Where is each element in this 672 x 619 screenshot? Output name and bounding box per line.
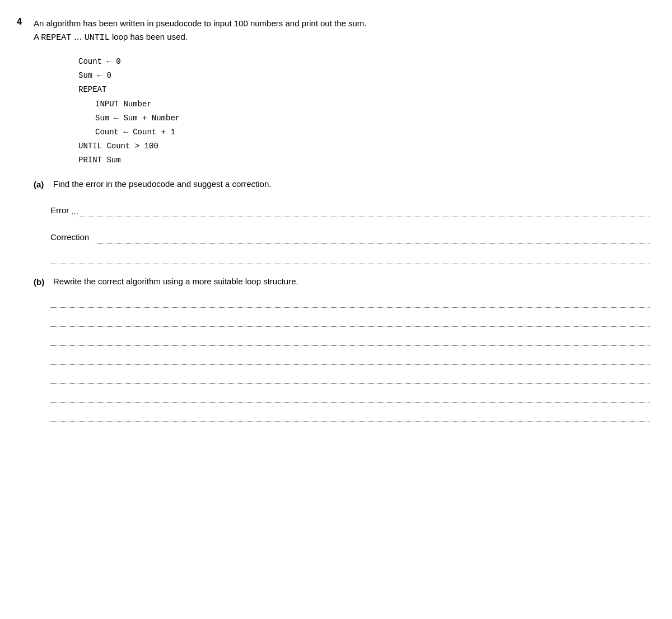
error-dots-prefix: ... bbox=[71, 205, 78, 218]
part-a-text: Find the error in the pseudocode and sug… bbox=[53, 178, 271, 191]
error-line-container: Error ... bbox=[50, 204, 650, 218]
correction-label: Correction bbox=[50, 231, 89, 245]
pseudocode-line8: PRINT Sum bbox=[78, 153, 650, 167]
part-b-text: Rewrite the correct algorithm using a mo… bbox=[53, 275, 298, 288]
intro-line1: An algorithm has been written in pseudoc… bbox=[34, 17, 650, 30]
part-b-label: (b) bbox=[34, 275, 53, 289]
part-a-section: Error ... Correction bbox=[50, 204, 650, 264]
question-number: 4 bbox=[17, 17, 34, 27]
part-b-section bbox=[50, 299, 650, 422]
extra-answer-line-a bbox=[50, 255, 650, 264]
intro-line2: A REPEAT … UNTIL loop has been used. bbox=[34, 30, 650, 45]
part-b-line-6 bbox=[50, 394, 650, 403]
part-b-line-5 bbox=[50, 375, 650, 384]
pseudocode-line6: Count ← Count + 1 bbox=[95, 125, 650, 139]
part-a-header: (a) Find the error in the pseudocode and… bbox=[34, 178, 650, 191]
pseudocode-block: Count ← 0 Sum ← 0 REPEAT INPUT Number Su… bbox=[78, 55, 650, 168]
pseudocode-line4: INPUT Number bbox=[95, 97, 650, 111]
correction-dotted-line bbox=[95, 235, 650, 244]
part-b-line-3 bbox=[50, 337, 650, 346]
pseudocode-line3: REPEAT bbox=[78, 83, 650, 97]
pseudocode-line5: Sum ← Sum + Number bbox=[95, 111, 650, 125]
pseudocode-line1: Count ← 0 bbox=[78, 55, 650, 69]
error-label: Error bbox=[50, 204, 69, 218]
question-container: 4 An algorithm has been written in pseud… bbox=[17, 17, 650, 432]
pseudocode-line7: UNTIL Count > 100 bbox=[78, 139, 650, 153]
part-a-label: (a) bbox=[34, 178, 53, 191]
pseudocode-line2: Sum ← 0 bbox=[78, 69, 650, 83]
error-dotted-line bbox=[80, 208, 650, 217]
correction-line-container: Correction bbox=[50, 231, 650, 245]
part-b-line-2 bbox=[50, 318, 650, 327]
correction-space bbox=[91, 232, 94, 245]
part-b-line-1 bbox=[50, 299, 650, 308]
part-b-header: (b) Rewrite the correct algorithm using … bbox=[34, 275, 650, 289]
question-text: An algorithm has been written in pseudoc… bbox=[34, 17, 650, 432]
part-b-line-7 bbox=[50, 413, 650, 422]
part-b-line-4 bbox=[50, 356, 650, 365]
